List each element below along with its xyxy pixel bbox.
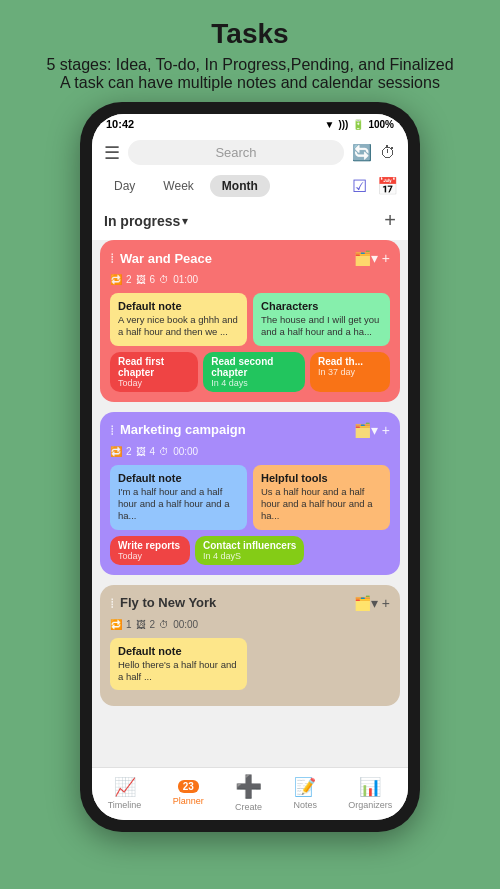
notes-count: 4 <box>150 446 156 457</box>
time-icon: ⏱ <box>159 619 169 630</box>
nav-create[interactable]: ➕ Create <box>235 774 262 812</box>
search-input[interactable]: Search <box>128 140 344 165</box>
organizers-icon: 📊 <box>359 776 381 798</box>
page-subtitle: 5 stages: Idea, To-do, In Progress,Pendi… <box>46 56 453 92</box>
drag-handle-icon[interactable]: ⁞ <box>110 595 114 611</box>
task-add-icon[interactable]: + <box>382 422 390 438</box>
nav-label-create: Create <box>235 802 262 812</box>
nav-organizers[interactable]: 📊 Organizers <box>348 776 392 810</box>
task-card-fly: ⁞ Fly to New York 🗂️▾ + 🔁 1 🖼 2 ⏱ 00:00 … <box>100 585 400 707</box>
section-add-button[interactable]: + <box>384 209 396 232</box>
battery-level: 100% <box>368 119 394 130</box>
notes-count: 2 <box>150 619 156 630</box>
time-value: 00:00 <box>173 619 198 630</box>
task-copy-icon[interactable]: 🗂️▾ <box>354 250 378 266</box>
notes-grid: Default note A very nice book a ghhh and… <box>110 293 390 346</box>
note-card-helpful[interactable]: Helpful tools Us a half hour and a half … <box>253 465 390 530</box>
drag-handle-icon[interactable]: ⁞ <box>110 250 114 266</box>
notes-grid: Default note Hello there's a half hour a… <box>110 638 390 691</box>
wifi-icon: ))) <box>338 119 348 130</box>
tab-day[interactable]: Day <box>102 175 147 197</box>
sessions-icon: 🔁 <box>110 446 122 457</box>
sessions-count: 2 <box>126 446 132 457</box>
refresh-icon[interactable]: 🔄 <box>352 143 372 162</box>
bottom-nav: 📈 Timeline 23 Planner ➕ Create 📝 Notes 📊… <box>92 767 408 820</box>
notes-icon: 🖼 <box>136 274 146 285</box>
notes-icon: 🖼 <box>136 619 146 630</box>
task-add-icon[interactable]: + <box>382 250 390 266</box>
section-header: In progress ▾ + <box>92 203 408 240</box>
note-card-default[interactable]: Default note A very nice book a ghhh and… <box>110 293 247 346</box>
notes-count: 6 <box>150 274 156 285</box>
time-value: 01:00 <box>173 274 198 285</box>
section-arrow-icon[interactable]: ▾ <box>182 214 188 228</box>
task-meta: 🔁 1 🖼 2 ⏱ 00:00 <box>110 619 390 630</box>
task-list: ⁞ War and Peace 🗂️▾ + 🔁 2 🖼 6 ⏱ 01:00 De… <box>92 240 408 767</box>
time-icon: ⏱ <box>159 446 169 457</box>
nav-notes[interactable]: 📝 Notes <box>293 776 317 810</box>
task-meta: 🔁 2 🖼 6 ⏱ 01:00 <box>110 274 390 285</box>
session-chip-3[interactable]: Read th... In 37 day <box>310 352 390 392</box>
task-copy-icon[interactable]: 🗂️▾ <box>354 595 378 611</box>
sessions-icon: 🔁 <box>110 274 122 285</box>
task-copy-icon[interactable]: 🗂️▾ <box>354 422 378 438</box>
hamburger-icon[interactable]: ☰ <box>104 142 120 164</box>
note-card-characters[interactable]: Characters The house and I will get you … <box>253 293 390 346</box>
page-header: Tasks 5 stages: Idea, To-do, In Progress… <box>26 0 473 102</box>
sessions-row: Read first chapter Today Read second cha… <box>110 352 390 392</box>
timer-icon[interactable]: ⏱ <box>380 144 396 162</box>
sessions-icon: 🔁 <box>110 619 122 630</box>
session-chip-2[interactable]: Contact influencers In 4 dayS <box>195 536 304 565</box>
battery-icon: 🔋 <box>352 119 364 130</box>
section-title: In progress <box>104 213 180 229</box>
planner-badge: 23 <box>178 780 199 793</box>
task-title: Marketing campaign <box>120 422 350 437</box>
task-title: War and Peace <box>120 251 350 266</box>
nav-label-organizers: Organizers <box>348 800 392 810</box>
create-icon: ➕ <box>235 774 262 800</box>
session-chip-1[interactable]: Read first chapter Today <box>110 352 198 392</box>
timeline-icon: 📈 <box>114 776 136 798</box>
tabs-row: Day Week Month ☑ 📅 <box>92 171 408 203</box>
notes-icon: 📝 <box>294 776 316 798</box>
phone-frame: 10:42 ▼ ))) 🔋 100% ☰ Search 🔄 ⏱ Day Week… <box>80 102 420 832</box>
drag-handle-icon[interactable]: ⁞ <box>110 422 114 438</box>
sessions-row: Write reports Today Contact influencers … <box>110 536 390 565</box>
top-bar: ☰ Search 🔄 ⏱ <box>92 134 408 171</box>
nav-label-timeline: Timeline <box>108 800 142 810</box>
time-icon: ⏱ <box>159 274 169 285</box>
tab-month[interactable]: Month <box>210 175 270 197</box>
sessions-count: 1 <box>126 619 132 630</box>
checkbox-icon[interactable]: ☑ <box>352 176 367 197</box>
page-title: Tasks <box>46 18 453 50</box>
session-chip-1[interactable]: Write reports Today <box>110 536 190 565</box>
session-chip-2[interactable]: Read second chapter In 4 days <box>203 352 305 392</box>
note-card-default[interactable]: Default note Hello there's a half hour a… <box>110 638 247 691</box>
signal-icon: ▼ <box>325 119 335 130</box>
calendar-icon[interactable]: 📅 <box>377 176 398 197</box>
sessions-count: 2 <box>126 274 132 285</box>
notes-icon: 🖼 <box>136 446 146 457</box>
tab-week[interactable]: Week <box>151 175 205 197</box>
task-title: Fly to New York <box>120 595 350 610</box>
nav-planner[interactable]: 23 Planner <box>173 780 204 806</box>
nav-timeline[interactable]: 📈 Timeline <box>108 776 142 810</box>
time-value: 00:00 <box>173 446 198 457</box>
status-bar: 10:42 ▼ ))) 🔋 100% <box>92 114 408 134</box>
phone-screen: 10:42 ▼ ))) 🔋 100% ☰ Search 🔄 ⏱ Day Week… <box>92 114 408 820</box>
status-time: 10:42 <box>106 118 134 130</box>
task-meta: 🔁 2 🖼 4 ⏱ 00:00 <box>110 446 390 457</box>
nav-label-notes: Notes <box>293 800 317 810</box>
notes-grid: Default note I'm a half hour and a half … <box>110 465 390 530</box>
task-card-marketing: ⁞ Marketing campaign 🗂️▾ + 🔁 2 🖼 4 ⏱ 00:… <box>100 412 400 575</box>
note-card-default[interactable]: Default note I'm a half hour and a half … <box>110 465 247 530</box>
task-add-icon[interactable]: + <box>382 595 390 611</box>
task-card-war-and-peace: ⁞ War and Peace 🗂️▾ + 🔁 2 🖼 6 ⏱ 01:00 De… <box>100 240 400 402</box>
nav-label-planner: Planner <box>173 796 204 806</box>
status-icons: ▼ ))) 🔋 100% <box>325 119 394 130</box>
